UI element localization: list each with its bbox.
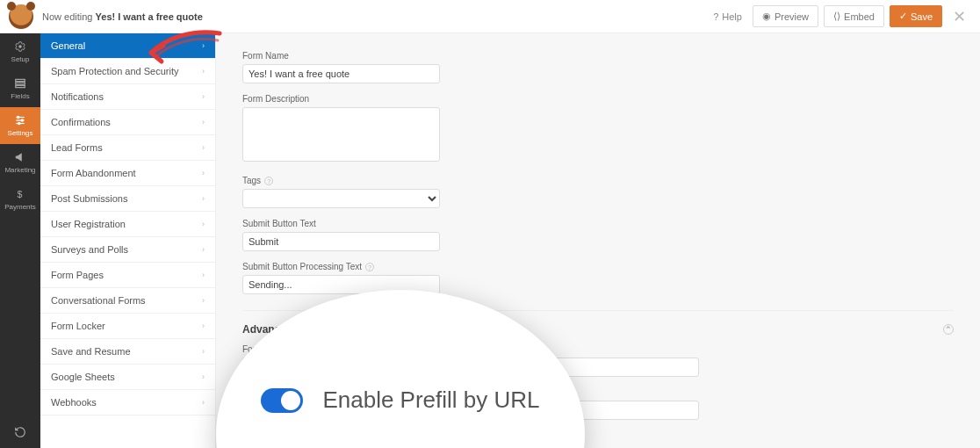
sliders-icon — [14, 114, 26, 126]
form-description-label: Form Description — [242, 94, 954, 104]
subnav-post-submissions[interactable]: Post Submissions› — [40, 186, 215, 212]
chevron-right-icon: › — [202, 271, 205, 279]
check-icon: ✓ — [899, 11, 907, 22]
history-icon — [14, 426, 26, 438]
form-name-input[interactable] — [242, 64, 440, 83]
subnav-surveys-polls[interactable]: Surveys and Polls› — [40, 237, 215, 263]
subnav-notifications[interactable]: Notifications› — [40, 84, 215, 110]
subnav-google-sheets[interactable]: Google Sheets› — [40, 365, 215, 390]
chevron-right-icon: › — [202, 169, 205, 177]
save-button[interactable]: ✓ Save — [890, 5, 942, 27]
help-icon[interactable]: ? — [264, 177, 273, 185]
subnav-webhooks[interactable]: Webhooks› — [40, 390, 215, 415]
submit-button-text-label: Submit Button Text — [242, 219, 954, 228]
chevron-right-icon: › — [202, 398, 205, 407]
collapse-icon[interactable]: ⌃ — [943, 324, 954, 335]
chevron-right-icon: › — [202, 41, 205, 50]
subnav-spam[interactable]: Spam Protection and Security› — [40, 59, 215, 84]
svg-point-9 — [18, 122, 20, 124]
subnav-user-registration[interactable]: User Registration› — [40, 212, 215, 237]
svg-text:$: $ — [18, 189, 23, 199]
chevron-right-icon: › — [202, 322, 205, 330]
chevron-right-icon: › — [202, 296, 205, 305]
rail-payments[interactable]: $ Payments — [0, 181, 40, 218]
chevron-right-icon: › — [202, 143, 205, 152]
settings-subnav: General› Spam Protection and Security› N… — [40, 33, 216, 448]
eye-icon: ◉ — [762, 11, 771, 22]
tags-label: Tags? — [242, 176, 954, 185]
svg-rect-1 — [16, 79, 25, 81]
submit-processing-label: Submit Button Processing Text? — [242, 262, 954, 271]
top-bar: Now editing Yes! I want a free quote ? H… — [0, 0, 980, 33]
chevron-right-icon: › — [202, 347, 205, 356]
prefill-url-label: Enable Prefill by URL — [322, 387, 539, 414]
svg-point-7 — [18, 116, 19, 118]
tags-select[interactable] — [242, 189, 440, 208]
preview-button[interactable]: ◉ Preview — [753, 5, 818, 27]
rail-fields[interactable]: Fields — [0, 70, 40, 107]
megaphone-icon — [14, 151, 26, 163]
subnav-save-resume[interactable]: Save and Resume› — [40, 339, 215, 365]
subnav-confirmations[interactable]: Confirmations› — [40, 110, 215, 135]
form-description-input[interactable] — [242, 107, 440, 162]
svg-point-0 — [18, 45, 22, 48]
code-icon: ⟨⟩ — [833, 11, 840, 22]
help-link[interactable]: ? Help — [713, 11, 742, 22]
editing-label: Now editing Yes! I want a free quote — [42, 11, 203, 22]
fields-icon — [14, 77, 26, 90]
close-icon[interactable]: ✕ — [948, 7, 971, 26]
subnav-form-pages[interactable]: Form Pages› — [40, 263, 215, 288]
rail-history[interactable] — [0, 419, 40, 448]
svg-rect-2 — [16, 83, 25, 84]
help-icon: ? — [713, 11, 718, 22]
form-name-label: Form Name — [242, 51, 954, 61]
wpforms-logo-icon — [9, 4, 33, 29]
embed-button[interactable]: ⟨⟩ Embed — [824, 5, 884, 27]
chevron-right-icon: › — [202, 92, 205, 101]
subnav-form-locker[interactable]: Form Locker› — [40, 314, 215, 339]
top-actions: ? Help ◉ Preview ⟨⟩ Embed ✓ Save ✕ — [713, 5, 971, 27]
help-icon[interactable]: ? — [365, 263, 374, 271]
subnav-form-abandonment[interactable]: Form Abandonment› — [40, 161, 215, 186]
chevron-right-icon: › — [202, 245, 205, 254]
left-rail: Setup Fields Settings Marketing $ Paymen… — [0, 0, 40, 448]
prefill-url-toggle[interactable] — [261, 388, 303, 413]
gear-icon — [14, 40, 26, 53]
rail-settings[interactable]: Settings — [0, 107, 40, 144]
svg-rect-3 — [16, 85, 25, 87]
rail-marketing[interactable]: Marketing — [0, 144, 40, 181]
chevron-right-icon: › — [202, 220, 205, 228]
chevron-right-icon: › — [202, 372, 205, 381]
subnav-lead-forms[interactable]: Lead Forms› — [40, 135, 215, 161]
chevron-right-icon: › — [202, 118, 205, 126]
subnav-general[interactable]: General› — [40, 33, 215, 59]
svg-point-8 — [21, 119, 23, 121]
chevron-right-icon: › — [202, 67, 205, 76]
submit-button-text-input[interactable] — [242, 232, 440, 251]
subnav-conversational[interactable]: Conversational Forms› — [40, 288, 215, 314]
dollar-icon: $ — [14, 188, 26, 200]
rail-setup[interactable]: Setup — [0, 33, 40, 70]
chevron-right-icon: › — [202, 194, 205, 203]
